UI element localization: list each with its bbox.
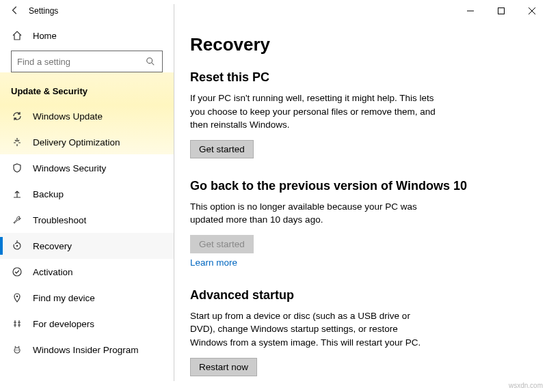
home-icon (11, 30, 23, 41)
delivery-icon (11, 137, 23, 148)
sidebar-item-label: Backup (33, 189, 64, 199)
home-nav[interactable]: Home (0, 22, 174, 49)
sidebar-item-label: Find my device (33, 293, 95, 303)
sidebar-item-windows-update[interactable]: Windows Update (0, 103, 174, 129)
sidebar-item-label: Troubleshoot (33, 215, 86, 225)
sidebar-item-label: Delivery Optimization (33, 137, 120, 148)
svg-point-6 (16, 245, 18, 247)
search-icon (144, 57, 157, 66)
go-back-section: Go back to the previous version of Windo… (190, 179, 520, 268)
search-input[interactable] (11, 51, 163, 72)
back-button[interactable] (5, 5, 25, 17)
svg-point-7 (13, 268, 21, 276)
sidebar-item-label: Windows Security (33, 163, 106, 173)
sidebar-item-find-my-device[interactable]: Find my device (0, 285, 174, 311)
sidebar-section-header: Update & Security (0, 81, 174, 103)
goback-body: This option is no longer available becau… (190, 200, 436, 227)
svg-line-5 (152, 63, 155, 66)
svg-rect-1 (498, 8, 504, 14)
reset-body: If your PC isn't running well, resetting… (190, 92, 436, 132)
goback-get-started-button: Get started (190, 235, 254, 253)
sidebar-item-label: Windows Update (33, 111, 103, 122)
watermark: wsxdn.com (509, 382, 543, 389)
sidebar-item-label: For developers (33, 319, 94, 329)
svg-point-4 (147, 58, 152, 64)
content-area: Recovery Reset this PC If your PC isn't … (174, 22, 547, 392)
location-icon (11, 292, 23, 303)
goback-heading: Go back to the previous version of Windo… (190, 179, 520, 193)
close-button[interactable] (516, 0, 547, 22)
advanced-body: Start up from a device or disc (such as … (190, 309, 436, 350)
sidebar: Home Update & Security Windows Update (0, 22, 174, 392)
sidebar-item-label: Activation (33, 267, 73, 277)
home-label: Home (33, 31, 57, 41)
titlebar: Settings (0, 0, 547, 22)
sidebar-item-troubleshoot[interactable]: Troubleshoot (0, 207, 174, 233)
svg-point-11 (18, 350, 19, 351)
backup-icon (11, 188, 23, 199)
minimize-button[interactable] (455, 0, 485, 22)
svg-point-8 (16, 296, 18, 298)
page-title: Recovery (190, 34, 520, 55)
svg-point-9 (14, 348, 20, 353)
sidebar-item-label: Windows Insider Program (33, 345, 139, 355)
sidebar-item-for-developers[interactable]: For developers (0, 311, 174, 337)
reset-get-started-button[interactable]: Get started (190, 140, 254, 158)
sidebar-item-backup[interactable]: Backup (0, 181, 174, 207)
maximize-button[interactable] (485, 0, 516, 22)
sidebar-item-activation[interactable]: Activation (0, 259, 174, 285)
sidebar-item-recovery[interactable]: Recovery (0, 233, 174, 259)
window-title: Settings (29, 6, 58, 16)
reset-pc-section: Reset this PC If your PC isn't running w… (190, 70, 520, 158)
developers-icon (11, 318, 23, 329)
svg-point-10 (16, 350, 17, 351)
advanced-startup-section: Advanced startup Start up from a device … (190, 288, 520, 376)
insider-icon (11, 344, 23, 355)
search-field[interactable] (17, 57, 144, 67)
recovery-icon (11, 240, 23, 251)
sidebar-item-label: Recovery (33, 241, 72, 251)
advanced-heading: Advanced startup (190, 288, 520, 303)
sidebar-item-windows-security[interactable]: Windows Security (0, 155, 174, 181)
wrench-icon (11, 214, 23, 225)
learn-more-link[interactable]: Learn more (190, 257, 237, 268)
reset-heading: Reset this PC (190, 70, 520, 85)
restart-now-button[interactable]: Restart now (190, 358, 257, 376)
check-circle-icon (11, 266, 23, 277)
sidebar-item-delivery-optimization[interactable]: Delivery Optimization (0, 129, 174, 155)
sync-icon (11, 111, 23, 122)
shield-icon (11, 163, 23, 173)
sidebar-item-insider-program[interactable]: Windows Insider Program (0, 337, 174, 363)
